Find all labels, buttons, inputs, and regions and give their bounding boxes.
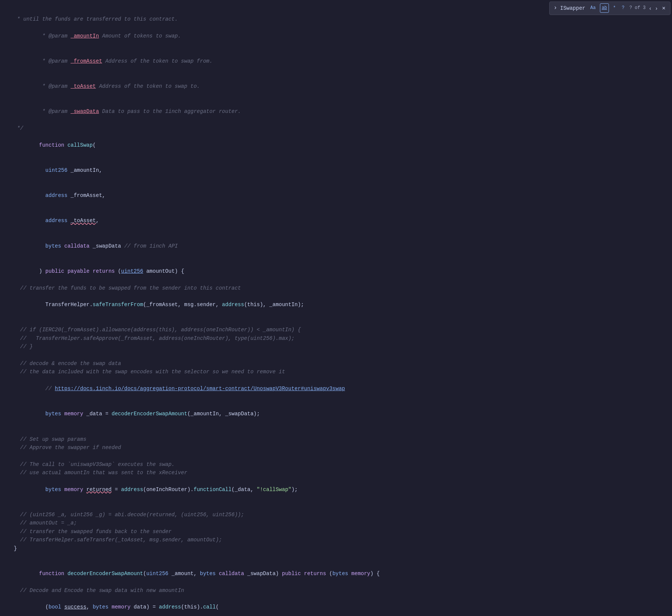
code-line: */ — [0, 124, 672, 132]
code-line — [0, 452, 672, 460]
code-line: // decode & encode the swap data — [0, 359, 672, 368]
code-line: // https://docs.1inch.io/docs/aggregatio… — [0, 376, 672, 401]
result-count: ? of 3 — [629, 5, 645, 12]
code-line — [0, 427, 672, 435]
code-line: // amountOut = _a; — [0, 519, 672, 527]
code-line: // TransferHelper.safeApprove(_fromAsset… — [0, 334, 672, 343]
code-line: uint256 _amountIn, — [0, 158, 672, 183]
code-line: } — [0, 544, 672, 553]
code-line: * @param _amountIn Amount of tokens to s… — [0, 23, 672, 48]
whole-word-btn[interactable]: ab — [600, 3, 609, 13]
code-line: (bool success, bytes memory data) = addr… — [0, 595, 672, 616]
code-line — [0, 502, 672, 511]
code-line: function callSwap( — [0, 132, 672, 158]
code-line: TransferHelper.safeTransferFrom(_fromAss… — [0, 292, 672, 317]
code-line: // (uint256 _a, uint256 _g) = abi.decode… — [0, 511, 672, 519]
code-line — [0, 317, 672, 326]
code-line: // use actual amountIn that was sent to … — [0, 469, 672, 477]
search-next-btn[interactable]: › — [655, 5, 658, 11]
code-line — [0, 553, 672, 561]
code-line: * @param _toAsset Address of the token t… — [0, 74, 672, 99]
code-line: ) public payable returns (uint256 amount… — [0, 258, 672, 284]
search-term: ISwapper — [560, 4, 585, 12]
match-case-btn[interactable]: Aa — [588, 3, 597, 13]
code-line: // Approve the swapper if needed — [0, 443, 672, 452]
code-line — [0, 351, 672, 359]
question-btn[interactable]: ? — [620, 3, 626, 13]
code-line: // TransferHelper.safeTransfer(_toAsset,… — [0, 536, 672, 544]
code-line: // the data included with the swap encod… — [0, 368, 672, 376]
regex-btn[interactable]: * — [611, 3, 618, 13]
search-close-btn[interactable]: ✕ — [661, 6, 666, 11]
code-line: * @param _swapData Data to pass to the 1… — [0, 99, 672, 124]
code-area: * until the funds are transferred to thi… — [0, 0, 672, 616]
code-line: // Decode and Encode the swap data with … — [0, 586, 672, 595]
code-line: // if (IERC20(_fromAsset).allowance(addr… — [0, 326, 672, 334]
code-line: * @param _fromAsset Address of the token… — [0, 49, 672, 74]
code-line: // The call to `uniswapV3Swap` executes … — [0, 460, 672, 469]
link-unoswap[interactable]: https://docs.1inch.io/docs/aggregation-p… — [55, 386, 345, 392]
code-line: address _toAsset, — [0, 208, 672, 233]
code-line: // transfer the funds to be swapped from… — [0, 284, 672, 292]
code-line: bytes memory returned = address(oneInchR… — [0, 477, 672, 502]
search-chevron[interactable]: › — [553, 3, 557, 13]
editor-container: › ISwapper Aa ab * ? ? of 3 ‹ › ✕ * unti… — [0, 0, 672, 616]
code-line: address _fromAsset, — [0, 183, 672, 208]
code-line: // } — [0, 343, 672, 351]
search-bar[interactable]: › ISwapper Aa ab * ? ? of 3 ‹ › ✕ — [549, 2, 670, 15]
code-line: * until the funds are transferred to thi… — [0, 15, 672, 23]
search-options: Aa ab * ? — [588, 3, 626, 13]
search-prev-btn[interactable]: ‹ — [649, 5, 652, 11]
code-line: bytes memory _data = decoderEncoderSwapA… — [0, 401, 672, 427]
code-line: // Set up swap params — [0, 435, 672, 443]
code-line: // transfer the swapped funds back to th… — [0, 527, 672, 536]
code-line: bytes calldata _swapData // from 1inch A… — [0, 233, 672, 258]
code-line: function decoderEncoderSwapAmount(uint25… — [0, 561, 672, 586]
